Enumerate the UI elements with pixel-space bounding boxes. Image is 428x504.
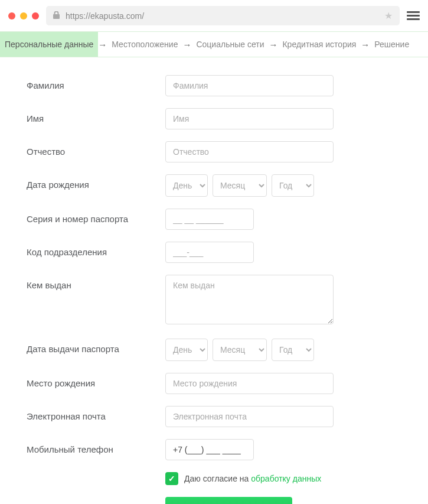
arrow-icon: → [98,40,107,50]
progress-steps: Персональные данные → Местоположение → С… [0,31,428,57]
star-icon[interactable]: ★ [384,10,393,21]
patronymic-input[interactable] [165,141,334,162]
phone-input[interactable] [165,439,254,460]
dept-code-input[interactable] [165,242,254,263]
birthdate-month-select[interactable]: Месяц [213,174,267,197]
minimize-dot[interactable] [20,12,27,19]
step-social[interactable]: Социальные сети [191,32,269,57]
passport-sn-input[interactable] [165,209,254,230]
row-birthplace: Место рождения [27,373,401,394]
row-phone: Мобильный телефон [27,439,401,460]
label-issued-by: Кем выдан [27,275,165,290]
row-passport-sn: Серия и номер паспорта [27,209,401,230]
label-name: Имя [27,108,165,123]
label-patronymic: Отчество [27,141,165,157]
address-bar[interactable]: https://ekapusta.com/ ★ [46,6,400,25]
label-surname: Фамилия [27,75,165,90]
consent-text: Даю согласие на обработку данных [184,474,321,483]
arrow-icon: → [182,40,191,50]
label-birthdate: Дата рождения [27,174,165,190]
label-birthplace: Место рождения [27,373,165,388]
consent-row: ✓ Даю согласие на обработку данных [165,472,401,485]
browser-chrome: https://ekapusta.com/ ★ [0,0,428,31]
registration-form: Фамилия Имя Отчество Дата рождения День … [0,57,428,504]
maximize-dot[interactable] [32,12,39,19]
row-dept-code: Код подразделения [27,242,401,263]
window-controls [8,12,39,19]
label-email: Электронная почта [27,406,165,421]
label-phone: Мобильный телефон [27,439,165,454]
birthdate-day-select[interactable]: День [165,174,208,197]
name-input[interactable] [165,108,334,129]
step-location[interactable]: Местоположение [107,32,182,57]
consent-checkbox[interactable]: ✓ [165,472,178,485]
email-input[interactable] [165,406,334,427]
label-issue-date: Дата выдачи паспорта [27,339,165,354]
close-dot[interactable] [8,12,15,19]
surname-input[interactable] [165,75,334,96]
arrow-icon: → [269,40,277,50]
submit-button[interactable]: Зарегистрироваться [165,497,292,504]
label-passport-sn: Серия и номер паспорта [27,209,165,224]
birthplace-input[interactable] [165,373,334,394]
url-text: https://ekapusta.com/ [66,11,378,21]
issue-month-select[interactable]: Месяц [213,339,267,361]
row-issued-by: Кем выдан [27,275,401,327]
step-credit[interactable]: Кредитная история [277,32,361,57]
row-birthdate: Дата рождения День Месяц Год [27,174,401,197]
issued-by-input[interactable] [165,275,334,324]
row-surname: Фамилия [27,75,401,96]
birthdate-year-select[interactable]: Год [272,174,314,197]
row-name: Имя [27,108,401,129]
row-patronymic: Отчество [27,141,401,162]
row-issue-date: Дата выдачи паспорта День Месяц Год [27,339,401,361]
lock-icon [53,11,60,21]
menu-icon[interactable] [407,11,420,20]
issue-year-select[interactable]: Год [272,339,314,361]
step-decision[interactable]: Решение [370,32,414,57]
issue-day-select[interactable]: День [165,339,208,361]
consent-link[interactable]: обработку данных [251,474,321,483]
arrow-icon: → [361,40,370,50]
row-email: Электронная почта [27,406,401,427]
label-dept-code: Код подразделения [27,242,165,257]
step-personal[interactable]: Персональные данные [0,32,98,57]
